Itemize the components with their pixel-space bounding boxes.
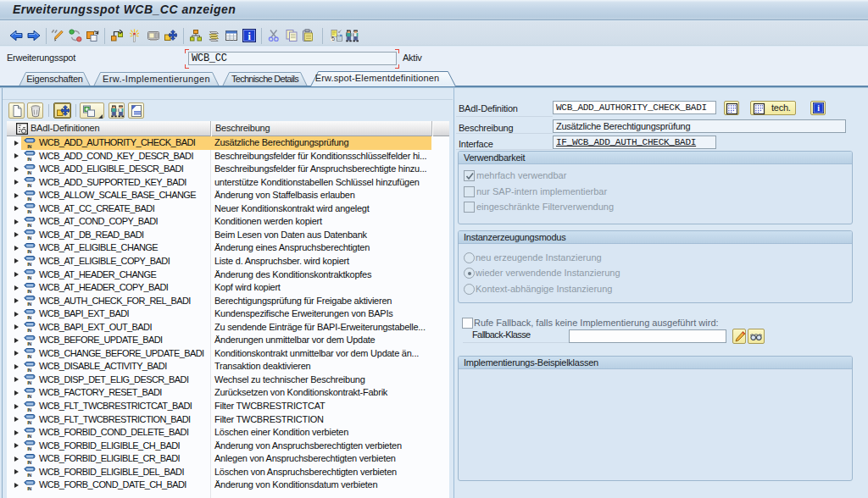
svg-text:IN: IN: [27, 196, 31, 201]
svg-text:IN: IN: [27, 446, 31, 451]
svg-text:IN: IN: [27, 394, 31, 399]
svg-text:IN: IN: [27, 157, 31, 162]
svg-text:IN: IN: [27, 368, 31, 373]
svg-text:IN: IN: [27, 143, 31, 148]
svg-text:IN: IN: [27, 169, 31, 174]
svg-text:IN: IN: [27, 209, 31, 214]
svg-text:IN: IN: [27, 459, 31, 464]
svg-text:IN: IN: [27, 302, 31, 307]
svg-text:IN: IN: [27, 249, 31, 254]
svg-text:IN: IN: [27, 486, 31, 491]
svg-text:IN: IN: [27, 341, 31, 346]
svg-text:IN: IN: [27, 235, 31, 241]
svg-text:IN: IN: [27, 223, 31, 228]
svg-text:IN: IN: [27, 354, 31, 359]
svg-text:IN: IN: [27, 328, 31, 333]
svg-text:IN: IN: [27, 288, 31, 293]
svg-text:IN: IN: [27, 380, 31, 385]
svg-text:IN: IN: [27, 433, 31, 438]
svg-text:IN: IN: [27, 275, 31, 280]
svg-text:IN: IN: [27, 183, 31, 188]
svg-text:IN: IN: [27, 420, 31, 425]
svg-text:IN: IN: [27, 262, 31, 267]
svg-text:IN: IN: [27, 314, 31, 319]
svg-text:IN: IN: [27, 407, 31, 412]
svg-text:IN: IN: [27, 473, 31, 478]
